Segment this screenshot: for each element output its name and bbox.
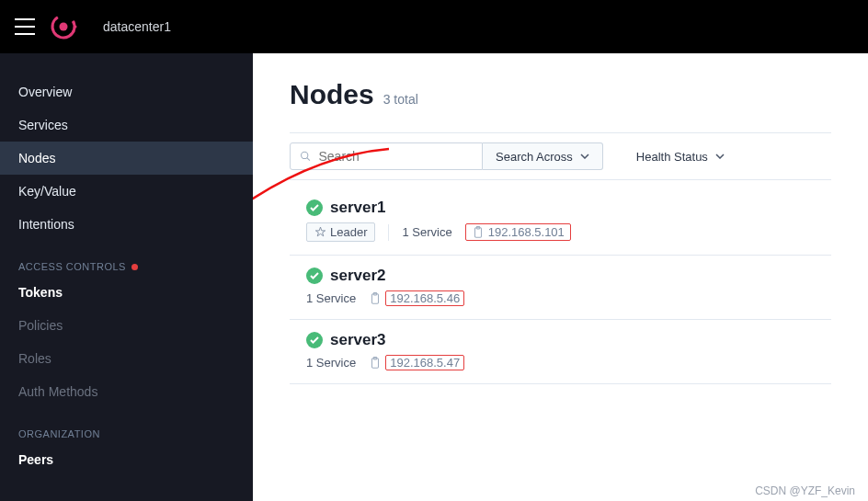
sidebar-item-peers[interactable]: Peers — [0, 443, 253, 476]
search-input[interactable] — [318, 149, 473, 164]
node-row[interactable]: server1 Leader 1 Service 192.168.5.101 — [290, 188, 831, 256]
node-name: server3 — [330, 331, 386, 349]
clipboard-icon — [472, 226, 485, 239]
app-header: datacenter1 — [0, 0, 868, 53]
consul-logo-icon[interactable] — [50, 13, 77, 40]
service-count: 1 Service — [402, 225, 451, 239]
svg-line-6 — [307, 158, 310, 161]
sidebar-item-overview[interactable]: Overview — [0, 75, 253, 108]
toolbar: Search Across Health Status — [290, 132, 831, 180]
node-ip[interactable]: 192.168.5.46 — [369, 290, 464, 306]
datacenter-name[interactable]: datacenter1 — [103, 19, 171, 34]
sidebar: Overview Services Nodes Key/Value Intent… — [0, 53, 253, 501]
alert-dot-icon — [131, 264, 138, 270]
svg-point-5 — [302, 152, 308, 158]
chevron-down-icon — [715, 154, 725, 159]
sidebar-item-nodes[interactable]: Nodes — [0, 142, 253, 175]
clipboard-icon — [369, 357, 382, 370]
search-across-label: Search Across — [496, 150, 573, 164]
sidebar-section-access: ACCESS CONTROLS — [0, 252, 253, 276]
health-status-label: Health Status — [636, 150, 708, 164]
sidebar-item-authmethods[interactable]: Auth Methods — [0, 375, 253, 408]
ip-text: 192.168.5.47 — [385, 355, 464, 370]
service-count: 1 Service — [306, 291, 356, 305]
search-input-wrapper[interactable] — [290, 142, 483, 170]
page-subtitle: 3 total — [383, 92, 418, 107]
svg-point-1 — [60, 23, 68, 31]
node-ip[interactable]: 192.168.5.47 — [369, 355, 464, 370]
status-passing-icon — [306, 268, 323, 284]
node-list: server1 Leader 1 Service 192.168.5.101 — [290, 188, 831, 384]
sidebar-section-org: ORGANIZATION — [0, 419, 253, 443]
menu-icon[interactable] — [15, 18, 35, 35]
sidebar-section-label: ACCESS CONTROLS — [18, 261, 126, 272]
sidebar-item-tokens[interactable]: Tokens — [0, 276, 253, 309]
ip-text: 192.168.5.101 — [488, 225, 565, 239]
search-across-dropdown[interactable]: Search Across — [483, 142, 603, 170]
status-passing-icon — [306, 199, 323, 216]
svg-point-3 — [74, 26, 77, 28]
health-status-dropdown[interactable]: Health Status — [636, 150, 725, 164]
chevron-down-icon — [580, 154, 589, 159]
leader-label: Leader — [330, 225, 367, 239]
sidebar-item-intentions[interactable]: Intentions — [0, 208, 253, 241]
sidebar-item-roles[interactable]: Roles — [0, 342, 253, 375]
node-ip[interactable]: 192.168.5.101 — [465, 223, 571, 241]
search-icon — [300, 150, 311, 163]
svg-point-2 — [73, 21, 75, 24]
svg-point-4 — [73, 30, 75, 33]
main-content: Nodes 3 total Search Across Health Statu… — [253, 53, 868, 501]
sidebar-item-keyvalue[interactable]: Key/Value — [0, 175, 253, 208]
sidebar-section-label: ORGANIZATION — [18, 428, 100, 439]
sidebar-item-services[interactable]: Services — [0, 108, 253, 142]
clipboard-icon — [369, 292, 382, 305]
ip-text: 192.168.5.46 — [385, 290, 464, 306]
star-icon — [314, 226, 326, 238]
sidebar-item-policies[interactable]: Policies — [0, 309, 253, 342]
divider — [388, 224, 389, 241]
leader-badge: Leader — [306, 222, 375, 242]
node-row[interactable]: server3 1 Service 192.168.5.47 — [290, 320, 831, 384]
page-title: Nodes — [290, 79, 374, 110]
node-name: server2 — [330, 267, 386, 285]
node-name: server1 — [330, 199, 386, 217]
service-count: 1 Service — [306, 356, 356, 370]
status-passing-icon — [306, 332, 323, 348]
watermark: CSDN @YZF_Kevin — [755, 484, 855, 497]
node-row[interactable]: server2 1 Service 192.168.5.46 — [290, 256, 831, 320]
